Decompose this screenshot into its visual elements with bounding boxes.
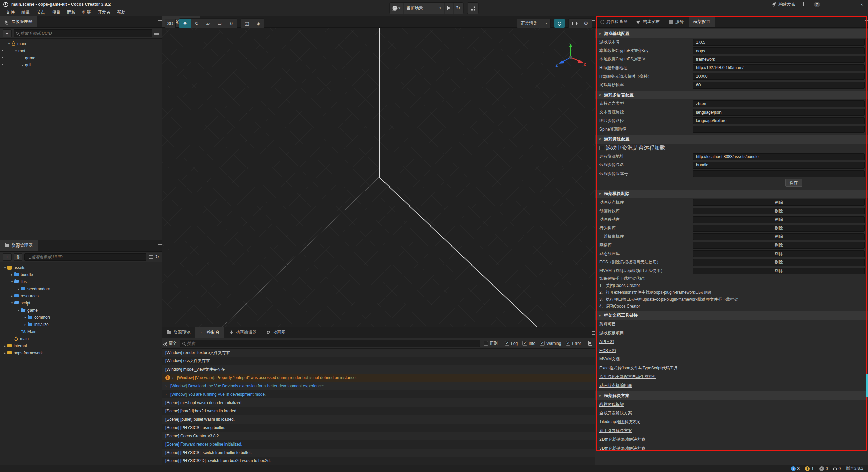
property-input[interactable]: language/texture [693,117,865,124]
tree-row-libs[interactable]: ▾libs [0,278,162,285]
help-button[interactable]: ? [811,0,823,8]
tab-hierarchy[interactable]: 层级管理器 [0,16,37,27]
module-remove-button[interactable]: 剔除 [693,225,865,232]
expand-icon[interactable]: ▸ [9,273,14,276]
menu-item-1[interactable]: 编辑 [18,9,33,15]
status-error-counter[interactable]: × 0 [819,466,828,471]
status-notification-counter[interactable]: 0 [833,466,841,471]
ui-transform-tool-button[interactable]: ∪ [225,19,237,28]
tab-动画图[interactable]: 动画图 [261,327,291,338]
tree-row-common[interactable]: ▸common [0,314,162,321]
tree-row-assets[interactable]: ▾assets [0,264,162,271]
expand-icon[interactable]: ▸ [16,287,21,291]
console-search-input[interactable] [187,341,478,346]
filter-error-checkbox[interactable]: ✓Error [566,341,581,346]
tree-row-internal[interactable]: ▸internal [0,342,162,349]
property-input[interactable] [693,126,865,133]
module-remove-button[interactable]: 剔除 [693,250,865,257]
property-input[interactable]: 10000 [693,73,865,80]
tab-构建发布[interactable]: 构建发布 [632,16,665,27]
log-row[interactable]: [Scene] [PHYSICS]: using builtin. [162,424,595,432]
expand-icon[interactable]: ▸ [23,316,28,319]
menu-item-0[interactable]: 文件 [3,9,18,15]
doc-link[interactable]: ECS文档 [599,348,616,354]
log-row[interactable]: [Window] model_view文件夹存在 [162,365,595,374]
rotate-tool-button[interactable]: ↻ [191,19,202,28]
minimize-button[interactable]: — [829,0,842,9]
module-remove-button[interactable]: 剔除 [693,233,865,240]
module-remove-button[interactable]: 剔除 [693,242,865,249]
log-row[interactable]: ›[Window] You are running Vue in develop… [162,390,595,399]
doc-link[interactable]: API文档 [599,339,614,345]
preview-scene-select[interactable]: 当前场景 ▾ [403,3,444,14]
log-row[interactable]: [Scene] [PHYSICS2D]: switch from box2d-w… [162,457,595,465]
expand-icon[interactable]: ▸ [9,294,14,298]
close-button[interactable]: × [855,0,868,9]
doc-link[interactable]: 游戏模板项目 [599,330,624,336]
module-remove-button[interactable]: 剔除 [693,199,865,206]
module-remove-button[interactable]: 剔除 [693,216,865,223]
property-input[interactable]: framework [693,56,865,63]
tab-assets[interactable]: 资源管理器 [0,240,38,251]
doc-link[interactable]: 全栈开发解决方案 [599,410,632,416]
tree-row-initialize[interactable]: ▸initialize [0,321,162,328]
module-remove-button[interactable]: 剔除 [693,208,865,214]
module-remove-button[interactable]: 剔除 [693,268,865,274]
doc-link[interactable]: 2D角色扮演游戏解决方案 [599,437,645,442]
scene-orientation-gizmo[interactable]: Y X Z [555,42,586,73]
open-project-folder-button[interactable] [800,0,811,8]
doc-link[interactable]: 新手引导解决方案 [599,428,632,434]
tab-属性检查器[interactable]: 属性检查器 [595,16,632,27]
doc-link[interactable]: 动画状态机编辑器 [599,383,632,389]
log-row[interactable]: [Scene] Cocos Creator v3.8.2 [162,432,595,440]
inspector-scrollbar-thumb[interactable] [866,374,868,397]
build-publish-button[interactable]: 构建发布 [768,0,800,8]
section-header-游戏资源配置[interactable]: ∨游戏资源配置 [595,135,868,144]
move-tool-button[interactable]: ⊕ [179,19,191,28]
log-row[interactable]: [Scene] meshopt wasm decoder initialized [162,398,595,407]
lighting-toggle-button[interactable] [554,19,565,28]
collapse-icon[interactable]: ▾ [7,42,12,45]
property-input[interactable]: bundle [693,162,865,169]
preview-device-dropdown[interactable]: ▾ [390,3,403,14]
filter-warning-checkbox[interactable]: ✓Warning [540,341,561,346]
log-row[interactable]: !›[Window] [Vue warn]: Property "onInput… [162,374,595,382]
expand-icon[interactable]: › [165,384,168,388]
assets-search-input[interactable] [31,255,144,259]
save-button[interactable]: 保存 [785,179,802,187]
console-clear-button[interactable]: 清空 [165,340,177,346]
tab-控制台[interactable]: ›_控制台 [195,327,224,338]
collapse-icon[interactable]: ▾ [9,280,14,283]
remote-load-checkbox[interactable]: 游戏中资源是否远程加载 [599,144,665,152]
tab-动画编辑器[interactable]: 动画编辑器 [224,327,262,338]
sort-assets-button[interactable]: ⇅ [14,253,22,261]
property-input[interactable]: 60 [693,82,865,88]
section-header-框架文档工具链接[interactable]: ∨框架文档工具链接 [595,311,868,320]
tab-资源预览[interactable]: 资源预览 [162,327,195,338]
log-row[interactable]: [Scene] [bullet]:bullet wasm lib loaded. [162,415,595,424]
property-input[interactable]: oops [693,47,865,54]
tab-框架配置[interactable]: 框架配置 [689,16,715,27]
property-input[interactable]: language/json [693,109,865,116]
log-row[interactable]: [Window] ecs文件夹存在 [162,357,595,366]
doc-link[interactable]: Tiledmap地图解决方案 [599,419,640,425]
property-input[interactable]: zh,en [693,100,865,107]
preview-qrcode-button[interactable] [467,2,479,14]
scale-tool-button[interactable]: ▱ [202,19,214,28]
property-input[interactable] [693,170,865,177]
menu-item-2[interactable]: 节点 [33,9,48,15]
create-asset-button[interactable]: + [3,253,12,261]
refresh-assets-icon[interactable]: ↻ [155,254,159,259]
coordinate-button[interactable]: ◈ [253,19,264,28]
regex-checkbox[interactable]: 正则 [484,340,498,346]
doc-link[interactable]: 战棋游戏框架 [599,402,624,408]
tab-服务[interactable]: 服务 [665,16,689,27]
rect-tool-button[interactable]: ▭ [214,19,225,28]
expand-icon[interactable]: › [165,392,168,396]
play-button[interactable] [444,3,453,14]
tree-row-game[interactable]: game [0,54,162,61]
doc-link[interactable]: 原生包热更新配置自动生成插件 [599,374,656,380]
log-row[interactable]: [Scene] [box2d]:box2d wasm lib loaded. [162,407,595,415]
tree-row-seedrandom[interactable]: ▸seedrandom [0,285,162,292]
tree-row-game[interactable]: ▾game [0,307,162,314]
